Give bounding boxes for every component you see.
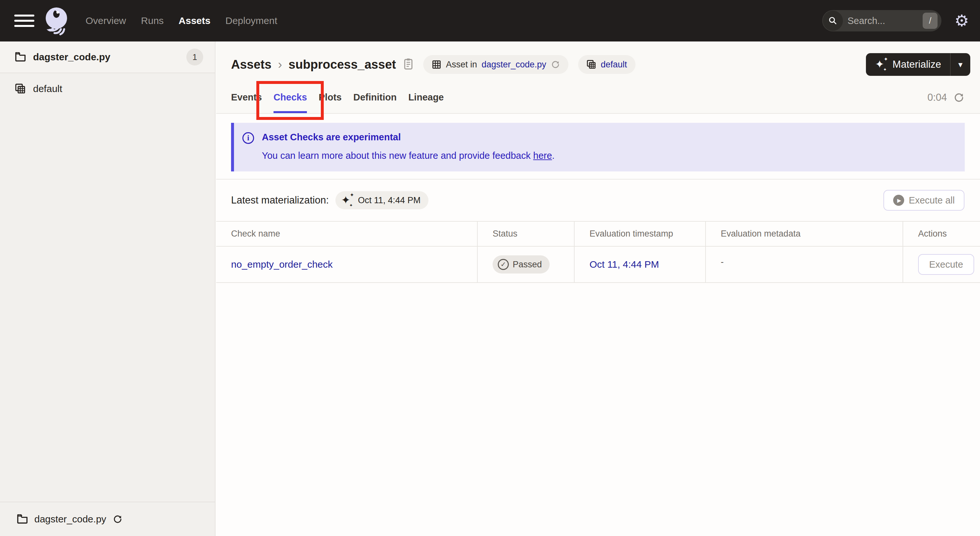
asset-header: Assets › subprocess_asset xyxy=(216,41,980,114)
code-location-link[interactable]: dagster_code.py xyxy=(482,60,546,70)
tab-definition[interactable]: Definition xyxy=(353,92,397,113)
check-name-link[interactable]: no_empty_order_check xyxy=(231,259,333,270)
experimental-banner: i Asset Checks are experimental You can … xyxy=(231,123,965,172)
hamburger-menu-icon[interactable] xyxy=(14,14,34,27)
column-header-check-name: Check name xyxy=(216,222,478,246)
tab-lineage[interactable]: Lineage xyxy=(408,92,444,113)
refresh-timer: 0:04 xyxy=(928,92,947,103)
copy-clipboard-icon[interactable] xyxy=(403,58,414,71)
dagster-logo-icon[interactable] xyxy=(43,6,71,36)
table-row: no_empty_order_check ✓ Passed Oct 11, 4:… xyxy=(216,247,980,283)
asset-count-badge: 1 xyxy=(186,49,203,65)
table-header-row: Check name Status Evaluation timestamp E… xyxy=(216,222,980,247)
banner-body: You can learn more about this new featur… xyxy=(262,150,555,161)
status-badge: ✓ Passed xyxy=(493,255,550,274)
asset-icon xyxy=(432,60,441,69)
materialize-dropdown-caret[interactable]: ▾ xyxy=(950,53,970,76)
tab-events[interactable]: Events xyxy=(231,92,262,113)
asset-definition-chip[interactable]: Asset in dagster_code.py xyxy=(423,55,568,74)
asset-checks-table: Check name Status Evaluation timestamp E… xyxy=(216,221,980,283)
refresh-icon[interactable] xyxy=(551,60,560,69)
tab-checks[interactable]: Checks xyxy=(274,92,307,113)
column-header-evaluation-timestamp: Evaluation timestamp xyxy=(574,222,706,246)
evaluation-metadata-value: - xyxy=(721,257,724,267)
nav-overview[interactable]: Overview xyxy=(86,15,126,26)
column-header-status: Status xyxy=(478,222,574,246)
asset-group-icon xyxy=(15,83,26,94)
play-circle-icon: ▶ xyxy=(893,195,904,206)
caret-down-icon: ▾ xyxy=(958,60,963,70)
search-icon xyxy=(823,11,843,31)
code-location-label: dagster_code.py xyxy=(34,514,106,525)
materialize-label: Materialize xyxy=(892,59,941,70)
folder-icon xyxy=(17,514,28,524)
refresh-icon[interactable] xyxy=(953,92,964,103)
sidebar-item-label: dagster_code.py xyxy=(33,51,110,62)
info-icon: i xyxy=(242,132,254,144)
top-navigation-bar: Overview Runs Assets Deployment / ⚙ xyxy=(0,0,980,41)
nav-deployment[interactable]: Deployment xyxy=(225,15,277,26)
nav-assets[interactable]: Assets xyxy=(178,15,210,26)
search-shortcut-key: / xyxy=(923,13,937,29)
latest-materialization-row: Latest materialization: ✦ ✦ ✦ Oct 11, 4:… xyxy=(216,180,980,221)
evaluation-timestamp-link[interactable]: Oct 11, 4:44 PM xyxy=(590,259,659,270)
asset-group-chip[interactable]: default xyxy=(578,55,635,74)
asset-detail-main: Assets › subprocess_asset xyxy=(216,41,980,536)
global-search[interactable]: / xyxy=(822,10,942,32)
execute-button[interactable]: Execute xyxy=(918,254,974,275)
latest-materialization-chip[interactable]: ✦ ✦ ✦ Oct 11, 4:44 PM xyxy=(336,191,428,209)
latest-materialization-timestamp: Oct 11, 4:44 PM xyxy=(358,196,421,205)
experimental-banner-section: i Asset Checks are experimental You can … xyxy=(216,114,980,180)
latest-materialization-label: Latest materialization: xyxy=(231,194,329,206)
chevron-right-icon: › xyxy=(278,58,282,72)
execute-all-button[interactable]: ▶ Execute all xyxy=(883,190,964,211)
breadcrumb: Assets › subprocess_asset xyxy=(231,51,970,78)
search-input[interactable] xyxy=(843,16,923,26)
asset-group-icon xyxy=(587,60,596,69)
sidebar-item-default-group[interactable]: default xyxy=(0,73,215,104)
page-title: subprocess_asset xyxy=(288,58,396,72)
sparkles-icon: ✦ ✦ ✦ xyxy=(341,194,353,207)
materialize-button[interactable]: ✦ ✦ ✦ Materialize ▾ xyxy=(866,53,970,76)
check-circle-icon: ✓ xyxy=(498,259,509,270)
reload-icon[interactable] xyxy=(113,514,123,524)
sparkles-icon: ✦ ✦ ✦ xyxy=(875,58,887,71)
asset-in-label: Asset in xyxy=(446,60,477,70)
tab-plots[interactable]: Plots xyxy=(318,92,342,113)
group-link[interactable]: default xyxy=(601,60,627,70)
sidebar-footer-code-location: dagster_code.py xyxy=(0,502,215,536)
folder-icon xyxy=(15,52,26,62)
column-header-evaluation-metadata: Evaluation metadata xyxy=(706,222,903,246)
column-header-actions: Actions xyxy=(903,222,980,246)
nav-runs[interactable]: Runs xyxy=(141,15,164,26)
settings-gear-icon[interactable]: ⚙ xyxy=(955,13,969,29)
sidebar-item-dagster-code[interactable]: dagster_code.py 1 xyxy=(0,41,215,73)
asset-groups-sidebar: dagster_code.py 1 default dagster_code.p… xyxy=(0,41,215,536)
asset-tabs: Events Checks Plots Definition Lineage 0… xyxy=(231,92,970,113)
primary-nav: Overview Runs Assets Deployment xyxy=(86,15,277,26)
breadcrumb-assets-link[interactable]: Assets xyxy=(231,58,272,72)
topbar-right-cluster: / ⚙ xyxy=(822,10,969,32)
feedback-here-link[interactable]: here xyxy=(533,150,552,161)
sidebar-item-label: default xyxy=(33,83,62,94)
banner-title: Asset Checks are experimental xyxy=(262,132,555,143)
